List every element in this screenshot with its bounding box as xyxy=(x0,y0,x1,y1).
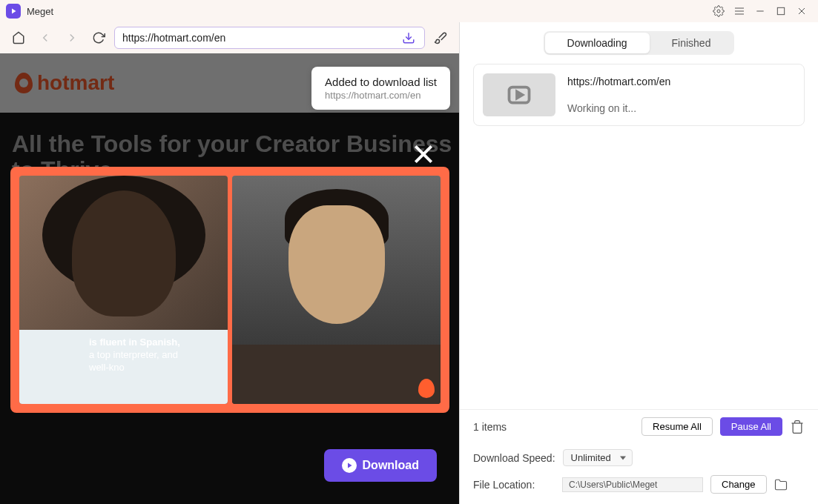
download-list: https://hotmart.com/en Working on it... xyxy=(460,64,818,409)
tab-downloading[interactable]: Downloading xyxy=(545,33,650,53)
download-item-status: Working on it... xyxy=(567,102,795,114)
download-item-url: https://hotmart.com/en xyxy=(567,76,795,87)
back-button[interactable] xyxy=(34,27,56,49)
minimize-button[interactable] xyxy=(750,1,771,21)
video-preview[interactable]: JANE is fluent in Spanish, a top interpr… xyxy=(10,167,449,413)
video-person-2 xyxy=(232,176,441,404)
flame-icon xyxy=(418,379,435,398)
svg-point-0 xyxy=(717,10,720,13)
change-location-button[interactable]: Change xyxy=(710,475,767,494)
download-button[interactable]: Download xyxy=(324,449,437,482)
jane-label: JANE xyxy=(19,263,21,397)
brush-icon[interactable] xyxy=(429,27,452,49)
toast-notification: Added to download list https://hotmart.c… xyxy=(311,67,450,110)
item-count: 1 items xyxy=(473,421,634,433)
video-thumbnail-icon xyxy=(483,73,555,116)
toast-url: https://hotmart.com/en xyxy=(325,90,437,101)
close-button[interactable] xyxy=(791,1,812,21)
folder-icon[interactable] xyxy=(774,478,788,491)
download-tabs: Downloading Finished xyxy=(460,22,818,64)
svg-marker-12 xyxy=(517,92,523,99)
play-icon xyxy=(342,458,357,473)
speed-select[interactable]: Unlimited xyxy=(563,449,633,466)
trash-icon[interactable] xyxy=(790,420,805,434)
download-button-label: Download xyxy=(363,459,419,472)
url-bar[interactable] xyxy=(114,27,425,49)
video-person-1: JANE is fluent in Spanish, a top interpr… xyxy=(19,176,228,404)
settings-icon[interactable] xyxy=(708,1,729,21)
url-input[interactable] xyxy=(122,32,400,44)
reload-button[interactable] xyxy=(88,27,110,49)
pause-all-button[interactable]: Pause All xyxy=(720,417,782,436)
svg-rect-5 xyxy=(777,7,784,14)
download-item[interactable]: https://hotmart.com/en Working on it... xyxy=(473,64,805,126)
download-footer: 1 items Resume All Pause All Download Sp… xyxy=(460,409,818,504)
forward-button[interactable] xyxy=(61,27,83,49)
tab-finished[interactable]: Finished xyxy=(650,33,733,53)
speed-label: Download Speed: xyxy=(473,452,555,464)
resume-all-button[interactable]: Resume All xyxy=(641,417,713,436)
toast-title: Added to download list xyxy=(325,76,437,88)
home-button[interactable] xyxy=(7,27,30,49)
download-page-icon[interactable] xyxy=(400,30,417,46)
jane-description: is fluent in Spanish, a top interpreter,… xyxy=(89,336,180,374)
menu-icon[interactable] xyxy=(729,1,750,21)
location-input[interactable] xyxy=(562,477,703,492)
titlebar: Meget xyxy=(0,0,818,22)
maximize-button[interactable] xyxy=(771,1,791,21)
location-label: File Location: xyxy=(473,479,555,491)
app-title: Meget xyxy=(27,6,53,17)
app-icon xyxy=(6,4,21,19)
browser-view: hotmart All the Tools for your Creator B… xyxy=(0,53,459,504)
close-modal-icon[interactable] xyxy=(412,142,435,166)
browser-toolbar xyxy=(0,22,459,53)
